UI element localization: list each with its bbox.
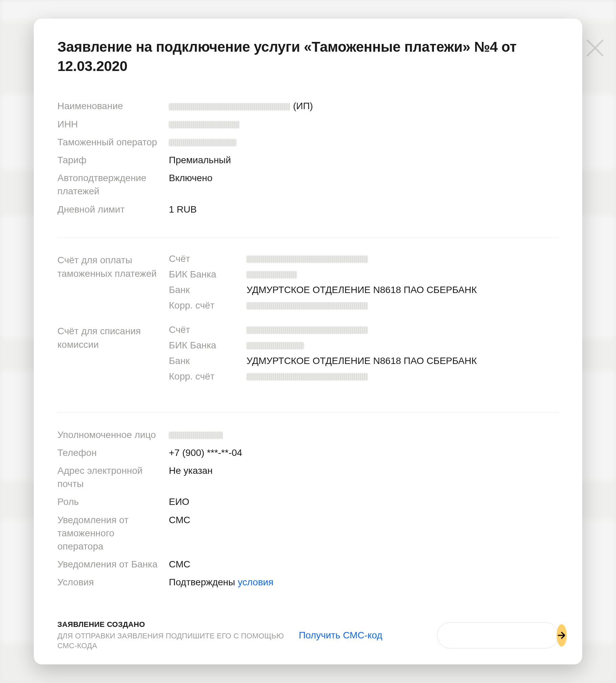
field-label: Адрес электронной почты — [58, 464, 169, 490]
field-row: Наименование (ИП) — [58, 99, 558, 112]
status-title: ЗАЯВЛЕНИЕ СОЗДАНО — [58, 620, 288, 629]
field-value: Подтверждены условия — [169, 576, 558, 589]
application-modal: Заявление на подключение услуги «Таможен… — [34, 19, 582, 664]
field-value: 1 RUB — [169, 203, 558, 216]
account-sublabel: Банк — [169, 284, 246, 295]
field-row: УсловияПодтверждены условия — [58, 576, 558, 589]
field-row: Телефон+7 (900) ***-**-04 — [58, 446, 558, 459]
field-value: (ИП) — [169, 99, 558, 112]
field-label: Таможенный оператор — [58, 135, 169, 149]
field-row: Уведомления от БанкаСМС — [58, 558, 558, 571]
account-block: Счёт для списания комиссииСчётБИК БанкаБ… — [58, 324, 558, 387]
field-value: +7 (900) ***-**-04 — [169, 446, 558, 459]
field-row: Уполномоченное лицо — [58, 428, 558, 441]
account-block: Счёт для оплаты таможенных платежейСчётБ… — [58, 254, 558, 316]
account-subrow: Корр. счёт — [169, 300, 558, 311]
field-row: Автоподтверждение платежейВключено — [58, 171, 558, 198]
field-value: Не указан — [169, 464, 558, 477]
account-sublabel: Корр. счёт — [169, 300, 246, 311]
account-subvalue — [246, 300, 558, 311]
field-label: ИНН — [58, 118, 169, 131]
field-label: Уведомления от Банка — [58, 558, 169, 571]
account-sublabel: Банк — [169, 356, 246, 366]
sms-code-input[interactable] — [447, 630, 556, 641]
field-row: Адрес электронной почтыНе указан — [58, 464, 558, 490]
account-subvalue — [246, 324, 558, 335]
sms-code-field[interactable] — [437, 622, 558, 648]
field-value — [169, 118, 558, 131]
field-label: Телефон — [58, 446, 169, 459]
modal-title: Заявление на подключение услуги «Таможен… — [58, 38, 558, 76]
account-subrow: Счёт — [169, 324, 558, 335]
section-accounts: Счёт для оплаты таможенных платежейСчётБ… — [58, 254, 558, 408]
account-subvalue — [246, 269, 558, 280]
field-label: Наименование — [58, 99, 169, 112]
field-value: СМС — [169, 558, 558, 571]
get-sms-code-link[interactable]: Получить СМС-код — [299, 630, 382, 641]
field-row: Уведомления от таможенного оператораСМС — [58, 513, 558, 553]
field-value: ЕИО — [169, 495, 558, 508]
account-subrow: БанкУДМУРТСКОЕ ОТДЕЛЕНИЕ N8618 ПАО СБЕРБ… — [169, 284, 558, 295]
account-subvalue — [246, 340, 558, 351]
close-icon[interactable] — [584, 37, 606, 59]
account-subvalue — [246, 371, 558, 382]
field-label: Тариф — [58, 153, 169, 167]
account-subrow: БИК Банка — [169, 340, 558, 351]
field-row: РольЕИО — [58, 495, 558, 508]
field-value: Премиальный — [169, 153, 558, 167]
account-subrow: БанкУДМУРТСКОЕ ОТДЕЛЕНИЕ N8618 ПАО СБЕРБ… — [169, 356, 558, 366]
section-authorized-person: Уполномоченное лицоТелефон+7 (900) ***-*… — [58, 428, 558, 606]
field-label: Уведомления от таможенного оператора — [58, 513, 169, 553]
field-row: ТарифПремиальный — [58, 153, 558, 167]
field-row: Дневной лимит1 RUB — [58, 203, 558, 216]
field-label: Уполномоченное лицо — [58, 428, 169, 441]
field-row: ИНН — [58, 118, 558, 131]
field-label: Условия — [58, 576, 169, 589]
account-subrow: Корр. счёт — [169, 371, 558, 382]
account-sublabel: Счёт — [169, 254, 246, 264]
terms-link[interactable]: условия — [238, 577, 273, 588]
account-sublabel: Счёт — [169, 324, 246, 335]
account-group-label: Счёт для оплаты таможенных платежей — [58, 254, 169, 316]
account-subvalue — [246, 254, 558, 264]
account-group-label: Счёт для списания комиссии — [58, 324, 169, 387]
account-subrow: Счёт — [169, 254, 558, 264]
field-value — [169, 428, 558, 441]
field-label: Автоподтверждение платежей — [58, 171, 169, 198]
account-subvalue: УДМУРТСКОЕ ОТДЕЛЕНИЕ N8618 ПАО СБЕРБАНК — [246, 356, 558, 366]
section-basic-info: Наименование (ИП)ИННТаможенный операторТ… — [58, 99, 558, 233]
account-subvalue: УДМУРТСКОЕ ОТДЕЛЕНИЕ N8618 ПАО СБЕРБАНК — [246, 284, 558, 295]
field-value — [169, 135, 558, 149]
modal-footer: ЗАЯВЛЕНИЕ СОЗДАНО ДЛЯ ОТПРАВКИ ЗАЯВЛЕНИЯ… — [58, 609, 558, 651]
field-label: Дневной лимит — [58, 203, 169, 216]
status-subtitle: ДЛЯ ОТПРАВКИ ЗАЯВЛЕНИЯ ПОДПИШИТЕ ЕГО С П… — [58, 631, 288, 651]
account-sublabel: БИК Банка — [169, 340, 246, 351]
field-label: Роль — [58, 495, 169, 508]
account-sublabel: Корр. счёт — [169, 371, 246, 382]
submit-sms-button[interactable] — [556, 624, 567, 646]
account-sublabel: БИК Банка — [169, 269, 246, 280]
divider — [58, 412, 558, 413]
modal-content: Наименование (ИП)ИННТаможенный операторТ… — [58, 99, 558, 608]
field-row: Таможенный оператор — [58, 135, 558, 149]
field-value: Включено — [169, 171, 558, 185]
divider — [58, 238, 558, 238]
field-value: СМС — [169, 513, 558, 527]
account-subrow: БИК Банка — [169, 269, 558, 280]
